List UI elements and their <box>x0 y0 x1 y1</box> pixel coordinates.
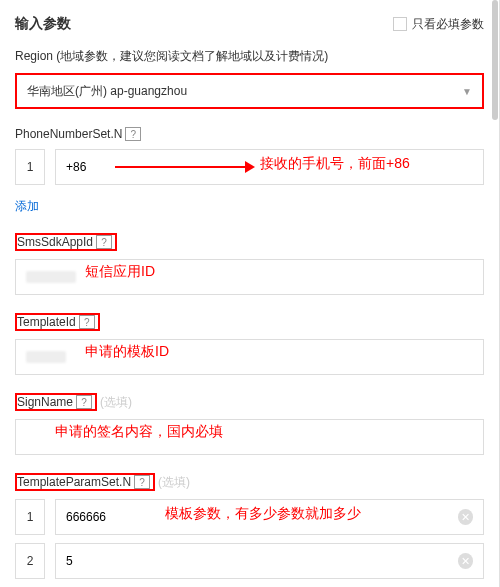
region-select[interactable]: 华南地区(广州) ap-guangzhou ▼ <box>15 73 484 109</box>
appid-label-text: SmsSdkAppId <box>17 235 93 249</box>
clear-icon[interactable]: ✕ <box>458 509 473 525</box>
appid-input-wrap <box>15 259 484 295</box>
clear-icon[interactable]: ✕ <box>458 553 473 569</box>
region-field: Region (地域参数，建议您阅读文档了解地域以及计费情况) 华南地区(广州)… <box>15 48 484 109</box>
sign-field: SignName ? (选填) 申请的签名内容，国内必填 <box>15 393 484 455</box>
sign-label-box: SignName ? <box>15 393 97 411</box>
params-field: TemplateParamSet.N ? (选填) 1 ✕ 2 ✕ 添加 模板参… <box>15 473 484 587</box>
sign-input[interactable] <box>26 430 473 444</box>
help-icon[interactable]: ? <box>134 475 150 489</box>
sign-label-text: SignName <box>17 395 73 409</box>
sign-input-wrap <box>15 419 484 455</box>
panel-header: 输入参数 只看必填参数 <box>15 15 484 33</box>
input-params-panel: 输入参数 只看必填参数 Region (地域参数，建议您阅读文档了解地域以及计费… <box>0 0 500 587</box>
params-input-2[interactable] <box>66 554 458 568</box>
blurred-content <box>26 271 76 283</box>
blurred-content <box>26 351 66 363</box>
phone-label: PhoneNumberSet.N ? <box>15 127 484 141</box>
required-only-toggle[interactable]: 只看必填参数 <box>393 16 484 33</box>
params-row-2: 2 ✕ <box>15 543 484 579</box>
help-icon[interactable]: ? <box>125 127 141 141</box>
row-index: 1 <box>15 149 45 185</box>
phone-add-link[interactable]: 添加 <box>15 198 39 215</box>
region-value: 华南地区(广州) ap-guangzhou <box>27 83 187 100</box>
appid-label-row: SmsSdkAppId ? <box>15 233 484 251</box>
appid-label-box: SmsSdkAppId ? <box>15 233 117 251</box>
appid-field: SmsSdkAppId ? 短信应用ID <box>15 233 484 295</box>
phone-input-wrap <box>55 149 484 185</box>
template-input-wrap <box>15 339 484 375</box>
row-index: 2 <box>15 543 45 579</box>
params-input-wrap-2: ✕ <box>55 543 484 579</box>
template-label-row: TemplateId ? <box>15 313 484 331</box>
params-row-1: 1 ✕ <box>15 499 484 535</box>
params-input-1[interactable] <box>66 510 458 524</box>
template-field: TemplateId ? 申请的模板ID <box>15 313 484 375</box>
sign-label-row: SignName ? (选填) <box>15 393 484 411</box>
help-icon[interactable]: ? <box>76 395 92 409</box>
scrollbar-thumb[interactable] <box>492 0 498 120</box>
params-label-row: TemplateParamSet.N ? (选填) <box>15 473 484 491</box>
row-index: 1 <box>15 499 45 535</box>
help-icon[interactable]: ? <box>79 315 95 329</box>
help-icon[interactable]: ? <box>96 235 112 249</box>
region-label: Region (地域参数，建议您阅读文档了解地域以及计费情况) <box>15 48 484 65</box>
phone-input[interactable] <box>66 160 473 174</box>
sign-optional: (选填) <box>100 394 132 411</box>
params-input-wrap-1: ✕ <box>55 499 484 535</box>
params-label-text: TemplateParamSet.N <box>17 475 131 489</box>
phone-label-text: PhoneNumberSet.N <box>15 127 122 141</box>
required-only-label: 只看必填参数 <box>412 16 484 33</box>
phone-row-1: 1 <box>15 149 484 185</box>
params-optional: (选填) <box>158 474 190 491</box>
checkbox-icon <box>393 17 407 31</box>
template-label-box: TemplateId ? <box>15 313 100 331</box>
phone-field: PhoneNumberSet.N ? 1 添加 接收的手机号，前面+86 <box>15 127 484 215</box>
params-label-box: TemplateParamSet.N ? <box>15 473 155 491</box>
template-label-text: TemplateId <box>17 315 76 329</box>
chevron-down-icon: ▼ <box>462 86 472 97</box>
panel-title: 输入参数 <box>15 15 71 33</box>
